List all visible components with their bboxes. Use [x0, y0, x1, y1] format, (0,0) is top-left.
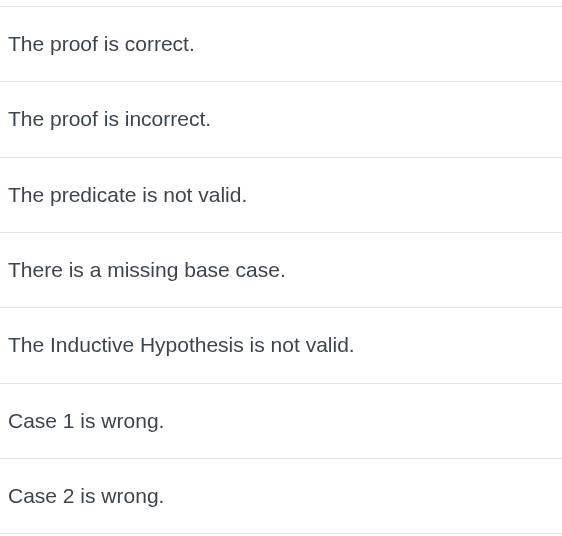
option-text: The Inductive Hypothesis is not valid. [8, 333, 355, 356]
options-list: The proof is correct. The proof is incor… [0, 0, 562, 534]
option-text: There is a missing base case. [8, 258, 286, 281]
list-item[interactable]: There is a missing base case. [0, 232, 562, 307]
list-item[interactable]: The proof is correct. [0, 6, 562, 81]
option-text: Case 1 is wrong. [8, 409, 164, 432]
list-item[interactable]: Case 1 is wrong. [0, 383, 562, 458]
option-text: The proof is correct. [8, 32, 195, 55]
option-text: The predicate is not valid. [8, 183, 247, 206]
list-item[interactable]: The predicate is not valid. [0, 157, 562, 232]
option-text: Case 2 is wrong. [8, 484, 164, 507]
option-text: The proof is incorrect. [8, 107, 211, 130]
list-item[interactable]: Case 2 is wrong. [0, 458, 562, 534]
list-item[interactable]: The Inductive Hypothesis is not valid. [0, 307, 562, 382]
list-item[interactable]: The proof is incorrect. [0, 81, 562, 156]
